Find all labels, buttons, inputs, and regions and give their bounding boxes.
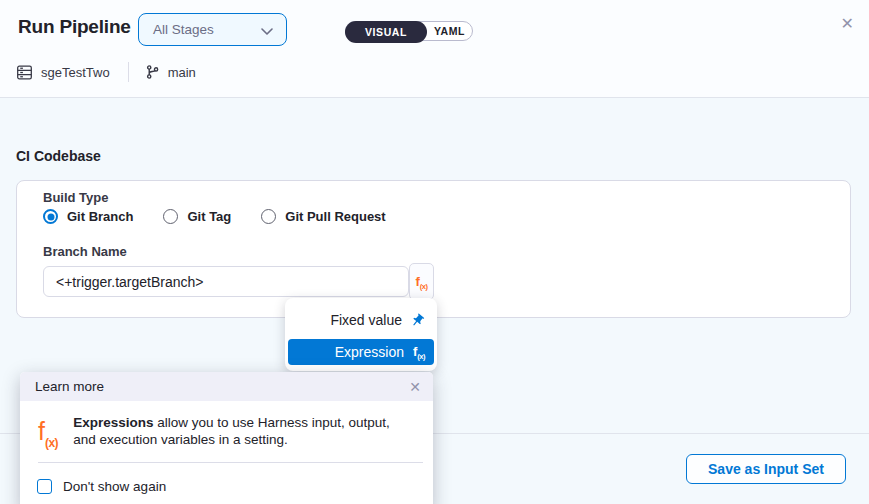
- build-type-label: Build Type: [43, 190, 108, 205]
- git-branch-icon: [145, 64, 160, 80]
- dont-show-again-label: Don't show again: [63, 479, 166, 494]
- stage-selector[interactable]: All Stages: [138, 13, 287, 46]
- fx-icon: f(x): [38, 419, 58, 449]
- expression-label: Expression: [335, 344, 404, 360]
- vertical-divider: [128, 62, 129, 82]
- menu-item-fixed-value[interactable]: Fixed value: [285, 302, 437, 338]
- git-branch-name[interactable]: main: [168, 65, 196, 80]
- ci-codebase-title: CI Codebase: [16, 148, 101, 164]
- page-title: Run Pipeline: [18, 16, 131, 38]
- modal-header: Run Pipeline All Stages VISUAL YAML ✕ sg…: [0, 0, 869, 98]
- codebase-card: Build Type Git Branch Git Tag Git Pull R…: [16, 180, 851, 318]
- learn-more-header: Learn more ✕: [20, 372, 433, 401]
- value-type-fx-button[interactable]: f(x): [409, 263, 434, 300]
- close-icon[interactable]: ✕: [841, 16, 854, 32]
- dont-show-again-checkbox[interactable]: [37, 479, 52, 494]
- pipeline-name: sgeTestTwo: [41, 65, 110, 80]
- radio-git-branch-label: Git Branch: [67, 209, 133, 224]
- stage-selector-value: All Stages: [153, 22, 214, 37]
- radio-git-branch-control[interactable]: [43, 209, 58, 224]
- popup-divider: [38, 462, 423, 463]
- learn-more-popup: Learn more ✕ f(x) Expressions allow you …: [20, 372, 433, 504]
- radio-git-pull-request-control[interactable]: [261, 209, 276, 224]
- pipeline-context-row: sgeTestTwo main: [16, 61, 196, 83]
- expressions-bold-text: Expressions: [73, 415, 153, 430]
- tab-yaml[interactable]: YAML: [427, 22, 472, 40]
- chevron-down-icon: [261, 21, 273, 39]
- radio-git-branch[interactable]: Git Branch: [43, 209, 133, 224]
- learn-more-body: f(x) Expressions allow you to use Harnes…: [20, 401, 433, 449]
- learn-more-title: Learn more: [35, 379, 104, 394]
- radio-git-tag-label: Git Tag: [187, 209, 231, 224]
- dont-show-again-row: Don't show again: [37, 479, 433, 494]
- branch-name-input[interactable]: [43, 266, 409, 297]
- tab-visual[interactable]: VISUAL: [345, 21, 427, 43]
- branch-name-label: Branch Name: [43, 244, 127, 259]
- menu-item-expression[interactable]: Expression f(x): [288, 339, 434, 365]
- visual-yaml-toggle[interactable]: VISUAL YAML: [345, 21, 473, 41]
- radio-git-pull-request-label: Git Pull Request: [285, 209, 385, 224]
- radio-git-tag-control[interactable]: [163, 209, 178, 224]
- learn-more-text: Expressions allow you to use Harness inp…: [73, 414, 407, 449]
- radio-git-pull-request[interactable]: Git Pull Request: [261, 209, 385, 224]
- pipeline-stack-icon: [16, 64, 33, 81]
- run-pipeline-modal: Run Pipeline All Stages VISUAL YAML ✕ sg…: [0, 0, 869, 504]
- fixed-value-label: Fixed value: [330, 312, 402, 328]
- pin-icon: [407, 309, 428, 330]
- close-icon[interactable]: ✕: [409, 380, 421, 394]
- fx-icon: f(x): [415, 273, 427, 291]
- save-as-input-set-button[interactable]: Save as Input Set: [686, 454, 846, 484]
- fx-icon: f(x): [413, 344, 425, 361]
- build-type-radio-group: Git Branch Git Tag Git Pull Request: [43, 209, 386, 224]
- value-type-menu: Fixed value Expression f(x): [285, 298, 437, 371]
- radio-git-tag[interactable]: Git Tag: [163, 209, 231, 224]
